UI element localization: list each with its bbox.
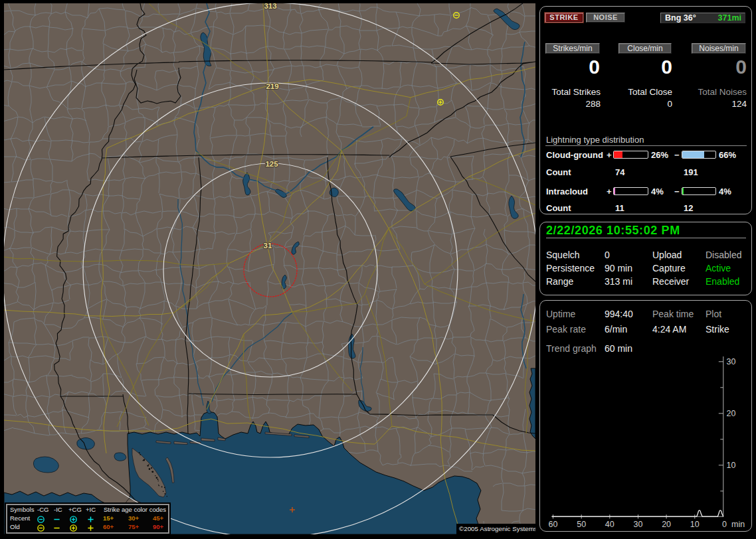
session-panel: 30 20 10 60 50 40 30 20 10 0 min Uptime9… <box>539 300 752 532</box>
distribution-divider <box>545 145 747 146</box>
legend-old-ic-minus-icon <box>52 524 61 532</box>
svg-text:20: 20 <box>662 520 671 529</box>
legend-age-title: Strike age color codes <box>104 506 166 513</box>
legend-age-old-1: 75+ <box>128 523 139 530</box>
status-label-1: Range <box>546 276 573 287</box>
legend-age-recent-1: 30+ <box>128 514 139 522</box>
total-value-2: 124 <box>686 99 747 108</box>
status-label-2: Capture <box>652 263 686 273</box>
session-row: Uptime994:40Peak timePlot <box>540 309 753 319</box>
total-value-1: 0 <box>612 99 672 108</box>
legend-recent-cg-minus-icon <box>37 515 45 524</box>
app-window: 313 219 125 31 ©2005 Astrogenic Systems … <box>0 0 756 539</box>
dist-ic-plus-pct: 4% <box>651 187 664 196</box>
rate-value-2: 0 <box>706 57 747 77</box>
datetime-divider <box>546 238 746 238</box>
session-value-2: Strike <box>706 324 729 335</box>
dist-cg-count-label: Count <box>546 167 571 177</box>
legend-row-recent-label: Recent <box>10 514 30 522</box>
ring-label-313: 313 <box>264 3 276 10</box>
svg-text:30: 30 <box>634 520 643 529</box>
status-label-1: Squelch <box>546 250 580 260</box>
legend-recent-ic-minus-icon <box>52 515 61 524</box>
session-value-1: 994:40 <box>605 309 633 319</box>
distribution-title: Lightning type distribution <box>546 135 644 145</box>
dist-cg-minus-bar <box>682 151 716 159</box>
rate-value-1: 0 <box>632 57 672 77</box>
dist-ic-plus-bar <box>613 187 648 195</box>
dist-ic-plus-count: 11 <box>615 203 624 213</box>
trend-axes <box>552 356 723 518</box>
rate-button-2[interactable]: Noises/min <box>692 43 746 54</box>
dist-ic-count-label: Count <box>546 203 571 213</box>
total-label-0: Total Strikes <box>540 87 601 96</box>
ring-label-219: 219 <box>266 82 278 90</box>
status-panel: 2/22/2026 10:55:02 PMSquelch0UploadDisab… <box>539 222 752 295</box>
session-value-2: Plot <box>706 309 721 319</box>
legend-recent-ic-plus-icon <box>86 515 95 524</box>
legend-age-old-0: 60+ <box>103 523 114 530</box>
session-label-2: Peak time <box>652 309 694 319</box>
session-label-1: Peak rate <box>546 324 586 335</box>
total-label-2: Total Noises <box>686 87 747 96</box>
status-label-2: Receiver <box>652 276 689 287</box>
legend-old-cg-plus-icon <box>69 524 78 532</box>
legend-symbols-label: Symbols <box>10 506 34 513</box>
dist-cg-minus-pct: 66% <box>719 150 736 160</box>
lightning-map[interactable]: 313 219 125 31 ©2005 Astrogenic Systems … <box>4 3 535 534</box>
legend-old-ic-plus-icon <box>86 524 95 532</box>
trend-graph-label: Trend graph <box>546 343 597 354</box>
status-value-2: Active <box>706 263 731 273</box>
total-label-1: Total Close <box>612 87 672 96</box>
bearing-readout: Bng 36°371mi <box>660 13 745 23</box>
rate-button-1[interactable]: Close/min <box>618 43 672 54</box>
map-legend: Symbols-CG-IC+CG+ICStrike age color code… <box>6 504 169 534</box>
datetime-display: 2/22/2026 10:55:02 PM <box>546 224 680 238</box>
map-canvas: 313 219 125 31 <box>4 3 535 534</box>
strike-mode-button[interactable]: STRIKE <box>545 13 583 23</box>
status-label-2: Upload <box>652 250 682 260</box>
noise-mode-button[interactable]: NOISE <box>586 13 625 23</box>
copyright-notice: ©2005 Astrogenic Systems <box>456 524 535 534</box>
legend-col-1: -IC <box>54 506 62 513</box>
svg-text:30: 30 <box>727 357 736 366</box>
dist-ic-label: Intracloud <box>546 187 588 196</box>
svg-text:40: 40 <box>605 520 614 529</box>
dist-cg-plus-pct: 26% <box>651 150 668 160</box>
rate-button-0[interactable]: Strikes/min <box>545 43 600 54</box>
dist-ic-minus-count: 12 <box>684 203 693 213</box>
status-value-2: Disabled <box>706 250 741 260</box>
legend-col-3: +IC <box>86 506 96 513</box>
svg-text:0: 0 <box>722 520 727 529</box>
dist-ic-minus-bar <box>682 187 716 195</box>
bearing-label: Bng 36° <box>665 13 696 23</box>
total-value-0: 288 <box>540 99 601 108</box>
status-value-1: 313 mi <box>605 276 632 287</box>
status-value-1: 90 min <box>605 263 632 273</box>
dist-cg-minus-sign: − <box>674 150 680 160</box>
legend-old-cg-minus-icon <box>37 524 45 532</box>
trend-strike-rate-line <box>552 510 723 516</box>
svg-text:20: 20 <box>727 409 736 418</box>
dist-cg-plus-bar <box>613 151 648 159</box>
trend-graph: 30 20 10 60 50 40 30 20 10 0 min <box>540 301 753 532</box>
trend-range-value: 60 min <box>605 343 632 354</box>
status-row: Squelch0UploadDisabled <box>540 250 753 260</box>
dist-ic-minus-fill <box>682 188 684 194</box>
ring-label-125: 125 <box>265 160 278 168</box>
trend-graph-row: Trend graph60 min <box>540 343 753 353</box>
dist-cg-plus-sign: + <box>607 150 612 160</box>
legend-col-0: -CG <box>37 506 48 513</box>
trend-tick-labels: 30 20 10 60 50 40 30 20 10 0 min <box>549 357 745 529</box>
session-value-1: 6/min <box>605 324 627 335</box>
dist-cg-plus-fill <box>614 151 622 158</box>
status-row: Persistence90 minCaptureActive <box>540 263 753 273</box>
dist-cg-plus-count: 74 <box>615 167 624 177</box>
status-label-1: Persistence <box>546 263 595 273</box>
legend-age-recent-0: 15+ <box>103 514 114 522</box>
svg-text:50: 50 <box>577 520 586 529</box>
rate-value-0: 0 <box>559 57 600 77</box>
strike-stats-panel: STRIKENOISEBng 36°371miStrikes/min0Total… <box>539 6 752 214</box>
svg-text:10: 10 <box>690 520 700 529</box>
dist-cg-minus-count: 191 <box>684 167 698 177</box>
